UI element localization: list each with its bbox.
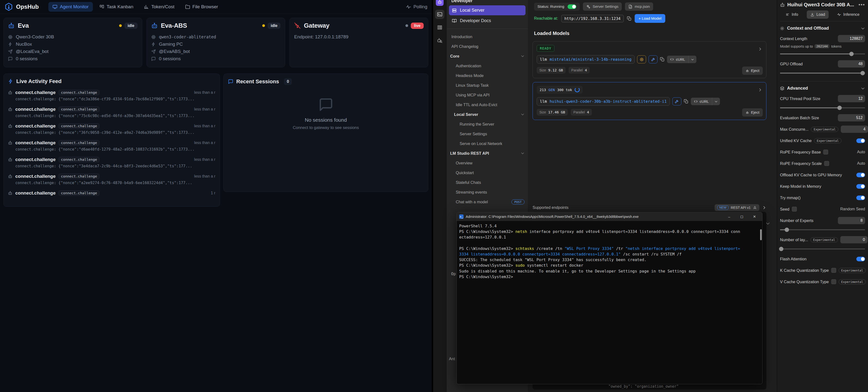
curl-dropdown[interactable]: cURL	[667, 56, 696, 63]
model-card-huihui-qwen3[interactable]: 213 GEN 300 tok llmhuihui-qwen3-coder-30…	[533, 82, 766, 120]
setting-toggle[interactable]	[856, 196, 865, 200]
feed-entry[interactable]: connect.challengeconnect.challengeless t…	[8, 123, 215, 140]
agent-card-gateway[interactable]: GatewayliveEndpoint: 127.0.0.1:18789	[289, 18, 428, 67]
tab-task-kanban[interactable]: Task Kanban	[95, 2, 137, 12]
setting-slider[interactable]	[780, 71, 865, 75]
doc-nav-chat-with-a-model[interactable]: Chat with a modelPOST	[446, 197, 528, 207]
feed-entry[interactable]: connect.challengeconnect.challenge1 r	[8, 190, 215, 207]
tab-inference[interactable]: Inference	[834, 10, 863, 19]
tools-button[interactable]	[672, 97, 681, 105]
terminal-titlebar[interactable]: >_ Administrator: C:\Program Files\Windo…	[457, 212, 762, 221]
doc-nav-serve-on-local-network[interactable]: Serve on Local Network	[446, 139, 528, 149]
doc-nav-api-changelog[interactable]: API Changelog	[446, 41, 528, 51]
scroll-down-chevron-icon[interactable]	[766, 221, 770, 226]
checkbox[interactable]	[831, 268, 836, 273]
setting-toggle[interactable]	[856, 138, 865, 143]
feed-entry[interactable]: connect.challengeconnect.challengeless t…	[8, 140, 215, 157]
doc-nav-headless-mode[interactable]: Headless Mode	[446, 71, 528, 80]
feed-entry[interactable]: connect.challengeconnect.challengeless t…	[8, 90, 215, 107]
sidebar-item-local-server[interactable]: Local Server	[449, 5, 526, 15]
agent-card-eva[interactable]: EvaidleQwen3-Coder 30BNucBox@LocalEva_bo…	[3, 18, 142, 67]
server-address[interactable]: http://192.168.3.31:1234	[561, 15, 624, 22]
checkbox[interactable]	[823, 150, 828, 155]
doc-nav-lm-studio-rest-api[interactable]: LM Studio REST API	[446, 149, 528, 158]
doc-nav-local-server[interactable]: Local Server	[446, 109, 528, 119]
doc-nav-streaming-events[interactable]: Streaming events	[446, 187, 528, 197]
copy-address-icon[interactable]	[627, 16, 631, 21]
advanced-section-header[interactable]: Advanced	[780, 86, 865, 91]
curl-dropdown[interactable]: cURL	[691, 98, 720, 105]
setting-value-input[interactable]: 48	[838, 60, 865, 67]
doc-nav-authentication[interactable]: Authentication	[446, 61, 528, 71]
tab-file-browser[interactable]: File Browser	[181, 2, 222, 12]
setting-value-input[interactable]: 4	[841, 126, 868, 133]
slider-knob[interactable]	[861, 71, 865, 75]
setting-slider[interactable]	[780, 247, 865, 251]
mcp-json-button[interactable]: mcp.json	[625, 2, 653, 11]
rail-columns-button[interactable]	[435, 23, 444, 32]
setting-toggle[interactable]	[856, 257, 865, 261]
doc-nav-idle-ttl-and-auto-evict[interactable]: Idle TTL and Auto-Evict	[446, 100, 528, 109]
terminal-output[interactable]: PowerShell 7.5.4PS C:\Windows\System32> …	[457, 221, 762, 282]
checkbox[interactable]	[792, 207, 797, 211]
doc-nav-running-the-server[interactable]: Running the Server	[446, 119, 528, 129]
lmstudio-logo[interactable]	[436, 0, 443, 6]
doc-nav-stateful-chats[interactable]: Stateful Chats	[446, 177, 528, 187]
feed-entry[interactable]: connect.challengeconnect.challengeless t…	[8, 174, 215, 190]
tab-token-cost[interactable]: Token/Cost	[140, 2, 178, 12]
eject-button[interactable]: Eject	[742, 108, 763, 117]
slider-knob[interactable]	[837, 106, 842, 110]
copy-model-icon[interactable]	[684, 99, 688, 104]
chevron-right-icon[interactable]	[758, 47, 762, 51]
setting-value-input[interactable]: 512	[838, 114, 865, 122]
chevron-right-icon[interactable]	[762, 205, 766, 210]
doc-nav-overview[interactable]: Overview	[446, 158, 528, 168]
eject-button[interactable]: Eject	[742, 67, 763, 75]
sidebar-item-developer-docs[interactable]: Developer Docs	[449, 16, 526, 26]
supported-endpoints-row[interactable]: Supported endpoints NEW REST API v1	[533, 204, 766, 211]
slider-knob[interactable]	[849, 52, 854, 56]
chevron-right-icon[interactable]	[758, 88, 762, 92]
copy-model-icon[interactable]	[660, 57, 664, 62]
setting-value-input[interactable]: 128827	[838, 35, 865, 42]
tab-load[interactable]: Load	[807, 10, 829, 19]
doc-nav-server-settings[interactable]: Server Settings	[446, 129, 528, 139]
model-identifier[interactable]: llmmistralai/ministral-3-14b-reasoning	[537, 55, 634, 64]
load-model-button[interactable]: + Load Model	[634, 14, 665, 23]
tab-info[interactable]: Info	[782, 10, 802, 19]
setting-slider[interactable]	[780, 228, 865, 232]
setting-value-input[interactable]: 8	[838, 217, 865, 224]
model-card-ministral[interactable]: READY llmmistralai/ministral-3-14b-reaso…	[533, 41, 766, 78]
doc-nav-introduction[interactable]: Introduction	[446, 32, 528, 41]
doc-nav-core[interactable]: Core	[446, 51, 528, 61]
tools-button[interactable]	[649, 55, 657, 63]
terminal-scrollbar[interactable]	[760, 229, 762, 240]
rail-developer-button[interactable]	[435, 10, 444, 19]
powershell-window[interactable]: >_ Administrator: C:\Program Files\Windo…	[457, 212, 763, 384]
more-options-icon[interactable]: •••	[859, 2, 865, 7]
checkbox[interactable]	[824, 161, 829, 166]
setting-toggle[interactable]	[856, 184, 865, 189]
server-toggle[interactable]	[567, 4, 576, 9]
rail-model-search-button[interactable]	[435, 36, 444, 45]
minimize-icon[interactable]: –	[723, 212, 736, 221]
agent-card-eva-abs[interactable]: Eva-ABSidleqwen3-coder-abliteratedGaming…	[147, 18, 285, 67]
checkbox[interactable]	[831, 279, 836, 284]
doc-nav-linux-startup-task[interactable]: Linux Startup Task	[446, 80, 528, 90]
slider-knob[interactable]	[785, 228, 789, 232]
maximize-icon[interactable]: ◻	[736, 212, 748, 221]
doc-nav-using-mcp-via-api[interactable]: Using MCP via API	[446, 90, 528, 100]
feed-entry[interactable]: connect.challengeconnect.challengeless t…	[8, 157, 215, 174]
setting-slider[interactable]	[780, 106, 865, 110]
setting-value-input[interactable]: 0	[840, 236, 868, 243]
setting-slider[interactable]	[780, 52, 865, 56]
tab-agent-monitor[interactable]: Agent Monitor	[49, 2, 93, 12]
close-icon[interactable]: ✕	[748, 212, 761, 221]
rest-api-badge-group[interactable]: NEW REST API v1	[715, 204, 760, 211]
vision-button[interactable]	[637, 55, 646, 63]
server-settings-button[interactable]: Server Settings	[583, 2, 622, 11]
nav-clipped-item[interactable]: Ant	[449, 357, 455, 361]
slider-knob[interactable]	[779, 247, 783, 251]
context-offload-section-header[interactable]: Context and Offload	[780, 26, 865, 31]
doc-nav-quickstart[interactable]: Quickstart	[446, 168, 528, 177]
